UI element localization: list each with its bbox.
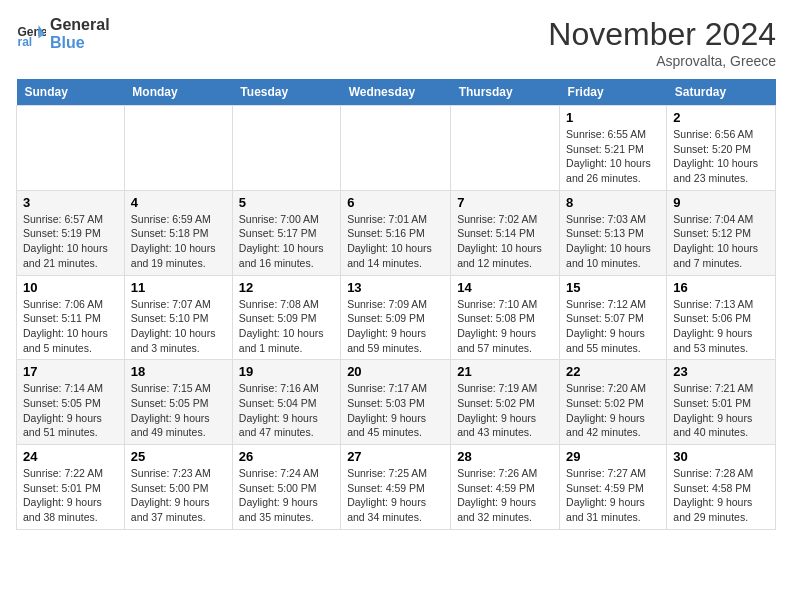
calendar-cell	[341, 106, 451, 191]
calendar-cell	[17, 106, 125, 191]
day-number: 25	[131, 449, 226, 464]
calendar-cell: 26Sunrise: 7:24 AM Sunset: 5:00 PM Dayli…	[232, 445, 340, 530]
day-info: Sunrise: 6:55 AM Sunset: 5:21 PM Dayligh…	[566, 127, 660, 186]
calendar-cell: 11Sunrise: 7:07 AM Sunset: 5:10 PM Dayli…	[124, 275, 232, 360]
calendar-cell: 17Sunrise: 7:14 AM Sunset: 5:05 PM Dayli…	[17, 360, 125, 445]
day-info: Sunrise: 7:26 AM Sunset: 4:59 PM Dayligh…	[457, 466, 553, 525]
calendar-table: SundayMondayTuesdayWednesdayThursdayFrid…	[16, 79, 776, 530]
calendar-week-row: 3Sunrise: 6:57 AM Sunset: 5:19 PM Daylig…	[17, 190, 776, 275]
day-info: Sunrise: 7:23 AM Sunset: 5:00 PM Dayligh…	[131, 466, 226, 525]
calendar-cell	[451, 106, 560, 191]
calendar-cell: 15Sunrise: 7:12 AM Sunset: 5:07 PM Dayli…	[560, 275, 667, 360]
calendar-cell: 13Sunrise: 7:09 AM Sunset: 5:09 PM Dayli…	[341, 275, 451, 360]
day-info: Sunrise: 7:17 AM Sunset: 5:03 PM Dayligh…	[347, 381, 444, 440]
calendar-cell: 25Sunrise: 7:23 AM Sunset: 5:00 PM Dayli…	[124, 445, 232, 530]
day-number: 21	[457, 364, 553, 379]
day-number: 29	[566, 449, 660, 464]
day-info: Sunrise: 7:24 AM Sunset: 5:00 PM Dayligh…	[239, 466, 334, 525]
calendar-cell	[124, 106, 232, 191]
day-number: 8	[566, 195, 660, 210]
day-info: Sunrise: 7:16 AM Sunset: 5:04 PM Dayligh…	[239, 381, 334, 440]
day-info: Sunrise: 7:20 AM Sunset: 5:02 PM Dayligh…	[566, 381, 660, 440]
calendar-cell: 20Sunrise: 7:17 AM Sunset: 5:03 PM Dayli…	[341, 360, 451, 445]
day-info: Sunrise: 7:12 AM Sunset: 5:07 PM Dayligh…	[566, 297, 660, 356]
day-number: 7	[457, 195, 553, 210]
day-number: 26	[239, 449, 334, 464]
day-info: Sunrise: 6:57 AM Sunset: 5:19 PM Dayligh…	[23, 212, 118, 271]
calendar-cell: 4Sunrise: 6:59 AM Sunset: 5:18 PM Daylig…	[124, 190, 232, 275]
calendar-week-row: 1Sunrise: 6:55 AM Sunset: 5:21 PM Daylig…	[17, 106, 776, 191]
day-number: 27	[347, 449, 444, 464]
calendar-week-row: 10Sunrise: 7:06 AM Sunset: 5:11 PM Dayli…	[17, 275, 776, 360]
day-number: 20	[347, 364, 444, 379]
day-info: Sunrise: 7:13 AM Sunset: 5:06 PM Dayligh…	[673, 297, 769, 356]
calendar-cell: 16Sunrise: 7:13 AM Sunset: 5:06 PM Dayli…	[667, 275, 776, 360]
day-number: 28	[457, 449, 553, 464]
day-number: 18	[131, 364, 226, 379]
day-number: 24	[23, 449, 118, 464]
calendar-cell: 19Sunrise: 7:16 AM Sunset: 5:04 PM Dayli…	[232, 360, 340, 445]
calendar-cell: 24Sunrise: 7:22 AM Sunset: 5:01 PM Dayli…	[17, 445, 125, 530]
day-info: Sunrise: 6:56 AM Sunset: 5:20 PM Dayligh…	[673, 127, 769, 186]
day-number: 11	[131, 280, 226, 295]
calendar-cell: 12Sunrise: 7:08 AM Sunset: 5:09 PM Dayli…	[232, 275, 340, 360]
calendar-cell: 6Sunrise: 7:01 AM Sunset: 5:16 PM Daylig…	[341, 190, 451, 275]
day-number: 1	[566, 110, 660, 125]
day-info: Sunrise: 7:06 AM Sunset: 5:11 PM Dayligh…	[23, 297, 118, 356]
calendar-cell: 5Sunrise: 7:00 AM Sunset: 5:17 PM Daylig…	[232, 190, 340, 275]
calendar-cell: 22Sunrise: 7:20 AM Sunset: 5:02 PM Dayli…	[560, 360, 667, 445]
logo: Gene ral General Blue	[16, 16, 110, 52]
day-info: Sunrise: 6:59 AM Sunset: 5:18 PM Dayligh…	[131, 212, 226, 271]
day-info: Sunrise: 7:21 AM Sunset: 5:01 PM Dayligh…	[673, 381, 769, 440]
calendar-cell: 9Sunrise: 7:04 AM Sunset: 5:12 PM Daylig…	[667, 190, 776, 275]
day-info: Sunrise: 7:14 AM Sunset: 5:05 PM Dayligh…	[23, 381, 118, 440]
logo-icon: Gene ral	[16, 19, 46, 49]
calendar-cell: 30Sunrise: 7:28 AM Sunset: 4:58 PM Dayli…	[667, 445, 776, 530]
calendar-cell: 18Sunrise: 7:15 AM Sunset: 5:05 PM Dayli…	[124, 360, 232, 445]
day-number: 5	[239, 195, 334, 210]
day-header-thursday: Thursday	[451, 79, 560, 106]
day-number: 6	[347, 195, 444, 210]
location: Asprovalta, Greece	[548, 53, 776, 69]
day-info: Sunrise: 7:19 AM Sunset: 5:02 PM Dayligh…	[457, 381, 553, 440]
day-info: Sunrise: 7:03 AM Sunset: 5:13 PM Dayligh…	[566, 212, 660, 271]
day-info: Sunrise: 7:01 AM Sunset: 5:16 PM Dayligh…	[347, 212, 444, 271]
calendar-cell: 8Sunrise: 7:03 AM Sunset: 5:13 PM Daylig…	[560, 190, 667, 275]
day-number: 30	[673, 449, 769, 464]
page-header: Gene ral General Blue November 2024 Aspr…	[16, 16, 776, 69]
day-header-sunday: Sunday	[17, 79, 125, 106]
month-title: November 2024	[548, 16, 776, 53]
day-header-monday: Monday	[124, 79, 232, 106]
calendar-cell: 1Sunrise: 6:55 AM Sunset: 5:21 PM Daylig…	[560, 106, 667, 191]
logo-text-line1: General	[50, 16, 110, 34]
day-info: Sunrise: 7:27 AM Sunset: 4:59 PM Dayligh…	[566, 466, 660, 525]
day-info: Sunrise: 7:02 AM Sunset: 5:14 PM Dayligh…	[457, 212, 553, 271]
day-header-wednesday: Wednesday	[341, 79, 451, 106]
day-number: 16	[673, 280, 769, 295]
day-info: Sunrise: 7:04 AM Sunset: 5:12 PM Dayligh…	[673, 212, 769, 271]
day-info: Sunrise: 7:00 AM Sunset: 5:17 PM Dayligh…	[239, 212, 334, 271]
day-number: 19	[239, 364, 334, 379]
day-number: 3	[23, 195, 118, 210]
calendar-cell: 2Sunrise: 6:56 AM Sunset: 5:20 PM Daylig…	[667, 106, 776, 191]
day-header-saturday: Saturday	[667, 79, 776, 106]
day-number: 14	[457, 280, 553, 295]
day-number: 4	[131, 195, 226, 210]
day-number: 2	[673, 110, 769, 125]
day-info: Sunrise: 7:15 AM Sunset: 5:05 PM Dayligh…	[131, 381, 226, 440]
calendar-cell: 29Sunrise: 7:27 AM Sunset: 4:59 PM Dayli…	[560, 445, 667, 530]
day-info: Sunrise: 7:25 AM Sunset: 4:59 PM Dayligh…	[347, 466, 444, 525]
day-header-tuesday: Tuesday	[232, 79, 340, 106]
day-number: 17	[23, 364, 118, 379]
logo-text-line2: Blue	[50, 34, 110, 52]
day-number: 22	[566, 364, 660, 379]
day-info: Sunrise: 7:07 AM Sunset: 5:10 PM Dayligh…	[131, 297, 226, 356]
calendar-cell: 28Sunrise: 7:26 AM Sunset: 4:59 PM Dayli…	[451, 445, 560, 530]
calendar-cell: 14Sunrise: 7:10 AM Sunset: 5:08 PM Dayli…	[451, 275, 560, 360]
day-info: Sunrise: 7:22 AM Sunset: 5:01 PM Dayligh…	[23, 466, 118, 525]
day-number: 9	[673, 195, 769, 210]
calendar-cell: 27Sunrise: 7:25 AM Sunset: 4:59 PM Dayli…	[341, 445, 451, 530]
calendar-cell: 23Sunrise: 7:21 AM Sunset: 5:01 PM Dayli…	[667, 360, 776, 445]
calendar-cell: 3Sunrise: 6:57 AM Sunset: 5:19 PM Daylig…	[17, 190, 125, 275]
day-number: 10	[23, 280, 118, 295]
